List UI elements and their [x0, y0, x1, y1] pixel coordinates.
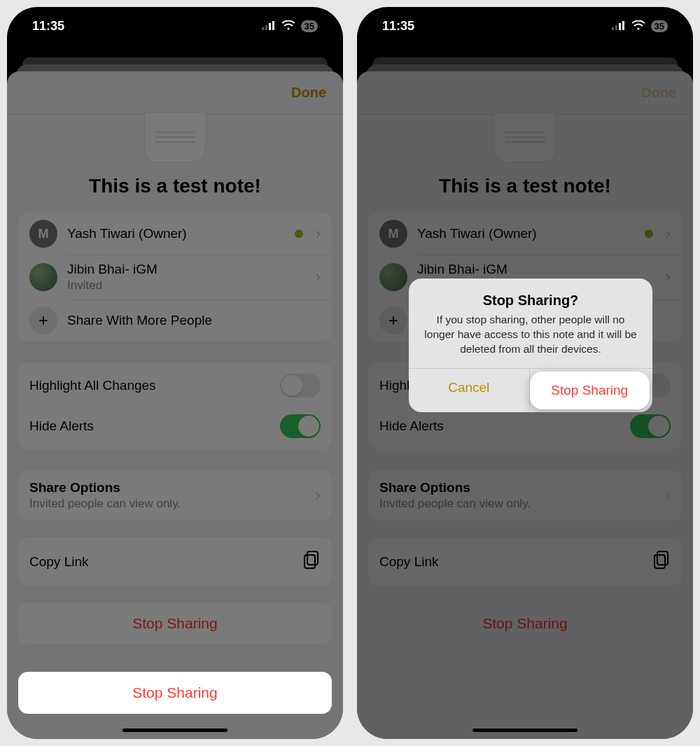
- svg-rect-5: [307, 551, 318, 565]
- plus-icon: +: [29, 307, 57, 335]
- svg-rect-10: [622, 21, 624, 30]
- note-icon: [144, 112, 206, 162]
- presence-dot-icon: [645, 230, 653, 238]
- note-icon: [494, 112, 556, 162]
- invitee-name: Jibin Bhai- iGM: [67, 262, 158, 276]
- chevron-right-icon: ›: [316, 486, 321, 505]
- chevron-right-icon: ›: [666, 486, 671, 505]
- stop-sharing-button[interactable]: Stop Sharing: [368, 603, 682, 645]
- done-button[interactable]: Done: [641, 85, 676, 101]
- share-more-row[interactable]: + Share With More People: [18, 300, 332, 342]
- wifi-icon: [281, 19, 295, 34]
- home-indicator: [122, 729, 227, 732]
- alert-cancel-button[interactable]: Cancel: [409, 369, 530, 412]
- svg-rect-3: [272, 21, 274, 30]
- status-bar: 11:35 35: [357, 7, 693, 45]
- page-title: This is a test note!: [7, 175, 343, 197]
- hide-alerts-toggle[interactable]: [280, 414, 321, 438]
- owner-name: Yash Tiwari (Owner): [417, 226, 635, 241]
- chevron-right-icon: ›: [666, 225, 671, 243]
- copy-link-label: Copy Link: [379, 554, 439, 570]
- share-options-row[interactable]: Share Options Invited people can view on…: [368, 470, 682, 521]
- owner-avatar: M: [29, 220, 57, 248]
- alert-confirm-button[interactable]: Stop Sharing: [530, 372, 650, 409]
- share-options-sub: Invited people can view only.: [29, 497, 316, 511]
- chevron-right-icon: ›: [316, 225, 321, 243]
- chevron-right-icon: ›: [666, 268, 671, 286]
- copy-icon: [652, 550, 671, 573]
- home-indicator: [472, 729, 578, 732]
- status-time: 11:35: [382, 19, 414, 34]
- stop-sharing-button[interactable]: Stop Sharing: [18, 603, 332, 645]
- owner-row[interactable]: M Yash Tiwari (Owner) ›: [368, 213, 682, 255]
- svg-rect-6: [304, 555, 315, 568]
- highlight-changes-toggle[interactable]: [280, 374, 321, 397]
- presence-dot-icon: [295, 230, 303, 238]
- owner-avatar: M: [379, 220, 407, 248]
- share-options-title: Share Options: [379, 480, 666, 495]
- svg-rect-9: [619, 23, 621, 30]
- wifi-icon: [631, 19, 645, 34]
- people-card: M Yash Tiwari (Owner) › Jibin Bhai- iGM …: [18, 213, 332, 342]
- copy-link-row[interactable]: Copy Link: [18, 537, 332, 586]
- invitee-status: Invited: [67, 279, 306, 293]
- battery-icon: 35: [301, 20, 318, 32]
- svg-rect-13: [654, 555, 665, 568]
- invitee-avatar: [29, 263, 57, 291]
- svg-point-11: [637, 27, 639, 29]
- stop-sharing-alert: Stop Sharing? If you stop sharing, other…: [409, 279, 652, 412]
- alert-title: Stop Sharing?: [421, 293, 640, 309]
- plus-icon: +: [379, 307, 407, 335]
- phone-right: 11:35 35 Done This is a test note! M Yas…: [357, 7, 693, 739]
- status-bar: 11:35 35: [7, 7, 343, 45]
- chevron-right-icon: ›: [316, 268, 321, 286]
- copy-link-label: Copy Link: [29, 554, 89, 570]
- owner-row[interactable]: M Yash Tiwari (Owner) ›: [18, 213, 332, 255]
- hide-alerts-toggle[interactable]: [630, 414, 671, 438]
- owner-name: Yash Tiwari (Owner): [67, 226, 285, 241]
- invitee-name: Jibin Bhai- iGM: [417, 262, 507, 276]
- invitee-avatar: [379, 263, 407, 291]
- share-options-title: Share Options: [29, 480, 316, 495]
- highlight-changes-row: Highlight All Changes: [18, 365, 332, 406]
- svg-rect-0: [262, 27, 264, 30]
- phone-left: 11:35 35 Done This is a test note! M Yas…: [7, 7, 343, 739]
- battery-icon: 35: [651, 20, 668, 32]
- share-sheet: Done This is a test note! M Yash Tiwari …: [7, 71, 343, 739]
- sheet-header: Done: [7, 71, 343, 115]
- status-time: 11:35: [32, 19, 64, 34]
- hide-alerts-label: Hide Alerts: [379, 418, 444, 434]
- svg-point-4: [287, 27, 289, 29]
- copy-link-row[interactable]: Copy Link: [368, 537, 682, 586]
- svg-rect-2: [269, 23, 271, 30]
- hide-alerts-row: Hide Alerts: [18, 406, 332, 446]
- share-options-row[interactable]: Share Options Invited people can view on…: [18, 470, 332, 521]
- signal-icon: [612, 19, 626, 34]
- hide-alerts-label: Hide Alerts: [29, 418, 94, 434]
- svg-rect-7: [612, 27, 614, 30]
- svg-rect-12: [657, 551, 668, 565]
- share-options-sub: Invited people can view only.: [379, 497, 666, 511]
- invitee-row[interactable]: Jibin Bhai- iGM Invited ›: [18, 255, 332, 300]
- copy-icon: [302, 550, 321, 573]
- highlight-changes-label: Highlight All Changes: [29, 378, 156, 393]
- share-more-label: Share With More People: [67, 313, 321, 328]
- stop-sharing-button-highlight[interactable]: Stop Sharing: [18, 672, 332, 714]
- svg-rect-1: [265, 25, 267, 30]
- page-title: This is a test note!: [357, 175, 693, 197]
- done-button[interactable]: Done: [291, 85, 326, 101]
- svg-rect-8: [615, 25, 617, 30]
- alert-message: If you stop sharing, other people will n…: [423, 313, 638, 357]
- signal-icon: [262, 19, 276, 34]
